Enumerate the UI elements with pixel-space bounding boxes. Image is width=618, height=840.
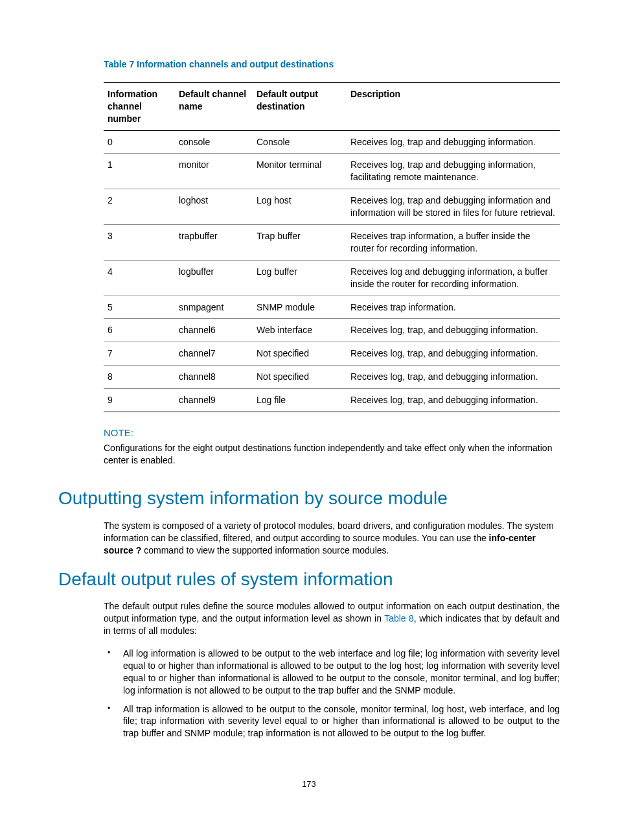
table-cell: snmpagent	[175, 296, 253, 319]
table-title: Table 7 Information channels and output …	[104, 58, 560, 71]
table-header-row: Information channel number Default chann…	[104, 82, 560, 130]
table-cell: 2	[104, 189, 175, 225]
table-cell: Not specified	[253, 366, 347, 389]
table-cell: channel9	[175, 389, 253, 412]
table-cell: Trap buffer	[253, 225, 347, 261]
table-cell: console	[175, 130, 253, 154]
table-cell: Web interface	[253, 319, 347, 342]
table-cell: 5	[104, 296, 175, 319]
table-row: 9channel9Log fileReceives log, trap, and…	[104, 389, 560, 412]
table-cell: trapbuffer	[175, 225, 253, 261]
table-cell: 6	[104, 319, 175, 342]
table-cell: monitor	[175, 154, 253, 189]
table-cell: 0	[104, 130, 175, 154]
table-row: 4logbufferLog bufferReceives log and deb…	[104, 260, 560, 296]
table-cell: logbuffer	[175, 260, 253, 296]
th-channel-number: Information channel number	[104, 82, 175, 130]
table-cell: Receives log, trap, and debugging inform…	[347, 366, 560, 389]
list-item: All trap information is allowed to be ou…	[104, 703, 560, 740]
table-cell: Receives log, trap, and debugging inform…	[347, 342, 560, 366]
table-cell: channel6	[175, 319, 253, 342]
list-item: All log information is allowed to be out…	[104, 648, 560, 697]
table-cell: Receives log, trap and debugging informa…	[347, 189, 560, 225]
section1-text-post: command to view the supported informatio…	[141, 545, 389, 555]
table-cell: 1	[104, 154, 175, 189]
table-cell: Log buffer	[253, 260, 347, 296]
bullet-list: All log information is allowed to be out…	[104, 648, 560, 740]
table-cell: Console	[253, 130, 347, 154]
section1-text-pre: The system is composed of a variety of p…	[104, 520, 554, 543]
table-row: 8channel8Not specifiedReceives log, trap…	[104, 366, 560, 389]
table-cell: Receives log, trap, and debugging inform…	[347, 319, 560, 342]
table-cell: Receives log and debugging information, …	[347, 260, 560, 296]
table-cell: Receives log, trap, and debugging inform…	[347, 389, 560, 412]
table-cell: 4	[104, 260, 175, 296]
table-row: 6channel6Web interfaceReceives log, trap…	[104, 319, 560, 342]
table-cell: loghost	[175, 189, 253, 225]
page-number: 173	[58, 778, 560, 790]
table-cell: Not specified	[253, 342, 347, 366]
table-cell: channel7	[175, 342, 253, 366]
table-cell: Receives trap information, a buffer insi…	[347, 225, 560, 261]
table-cell: 9	[104, 389, 175, 412]
table-cell: 3	[104, 225, 175, 261]
table-row: 1monitorMonitor terminalReceives log, tr…	[104, 154, 560, 189]
table-row: 7channel7Not specifiedReceives log, trap…	[104, 342, 560, 366]
table-cell: Receives log, trap and debugging informa…	[347, 130, 560, 154]
table-row: 3trapbufferTrap bufferReceives trap info…	[104, 225, 560, 261]
th-description: Description	[347, 82, 560, 130]
info-channels-table: Information channel number Default chann…	[104, 82, 560, 412]
table-cell: SNMP module	[253, 296, 347, 319]
note-label: NOTE:	[104, 426, 560, 439]
heading-default-output-rules: Default output rules of system informati…	[58, 567, 560, 592]
table-row: 5snmpagentSNMP moduleReceives trap infor…	[104, 296, 560, 319]
section2-paragraph: The default output rules define the sour…	[104, 600, 560, 637]
th-channel-name: Default channel name	[175, 82, 253, 130]
table-cell: 7	[104, 342, 175, 366]
table-cell: Log host	[253, 189, 347, 225]
table-row: 2loghostLog hostReceives log, trap and d…	[104, 189, 560, 225]
table-cell: Receives log, trap and debugging informa…	[347, 154, 560, 189]
note-block: NOTE: Configurations for the eight outpu…	[104, 426, 560, 467]
section1-paragraph: The system is composed of a variety of p…	[104, 520, 560, 557]
table-row: 0consoleConsoleReceives log, trap and de…	[104, 130, 560, 154]
note-text: Configurations for the eight output dest…	[104, 442, 560, 467]
table-cell: 8	[104, 366, 175, 389]
th-output-destination: Default output destination	[253, 82, 347, 130]
table-cell: channel8	[175, 366, 253, 389]
table-cell: Receives trap information.	[347, 296, 560, 319]
heading-outputting-by-source-module: Outputting system information by source …	[58, 486, 560, 511]
table8-link[interactable]: Table 8	[384, 613, 414, 624]
table-cell: Monitor terminal	[253, 154, 347, 189]
table-cell: Log file	[253, 389, 347, 412]
